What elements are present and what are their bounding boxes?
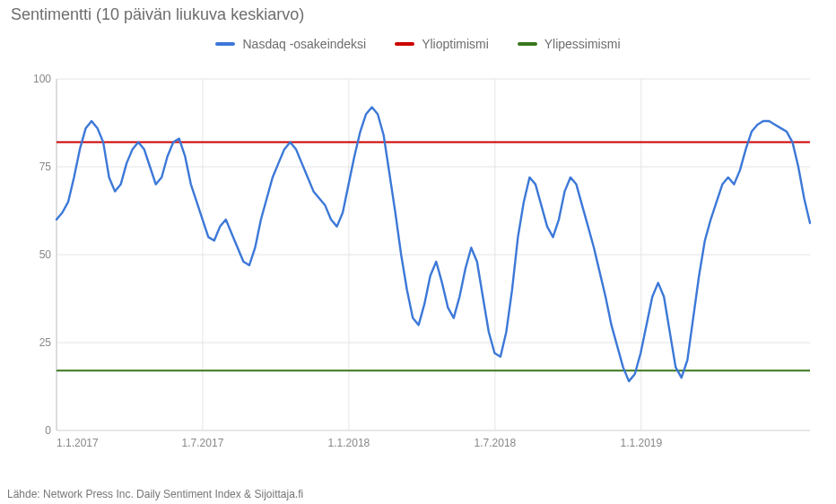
chart-footer: Lähde: Network Press Inc. Daily Sentimen… [7, 488, 303, 500]
svg-text:50: 50 [39, 248, 52, 261]
legend-item-ylioptimismi: Ylioptimismi [395, 37, 489, 51]
chart-container: { "title": "Sentimentti (10 päivän liuku… [0, 0, 836, 504]
legend: Nasdaq -osakeindeksi Ylioptimismi Ylipes… [0, 34, 836, 51]
svg-text:100: 100 [33, 73, 51, 85]
legend-item-ylipessimismi: Ylipessimismi [518, 37, 621, 51]
chart-title: Sentimentti (10 päivän liukuva keskiarvo… [11, 5, 304, 24]
legend-item-nasdaq: Nasdaq -osakeindeksi [215, 37, 366, 51]
svg-text:1.1.2019: 1.1.2019 [620, 437, 662, 449]
svg-text:75: 75 [39, 161, 52, 173]
legend-swatch-icon [395, 42, 414, 46]
svg-text:25: 25 [39, 336, 52, 349]
svg-text:0: 0 [45, 424, 51, 437]
legend-label: Ylipessimismi [544, 37, 621, 51]
legend-label: Nasdaq -osakeindeksi [242, 37, 366, 51]
legend-swatch-icon [518, 42, 537, 46]
svg-text:1.1.2018: 1.1.2018 [328, 437, 370, 449]
plot-area: 02550751001.1.20171.7.20171.1.20181.7.20… [31, 72, 821, 457]
legend-swatch-icon [215, 42, 235, 46]
svg-text:1.1.2017: 1.1.2017 [57, 437, 99, 449]
legend-label: Ylioptimismi [422, 37, 489, 51]
svg-text:1.7.2017: 1.7.2017 [182, 437, 224, 449]
svg-text:1.7.2018: 1.7.2018 [475, 437, 517, 449]
